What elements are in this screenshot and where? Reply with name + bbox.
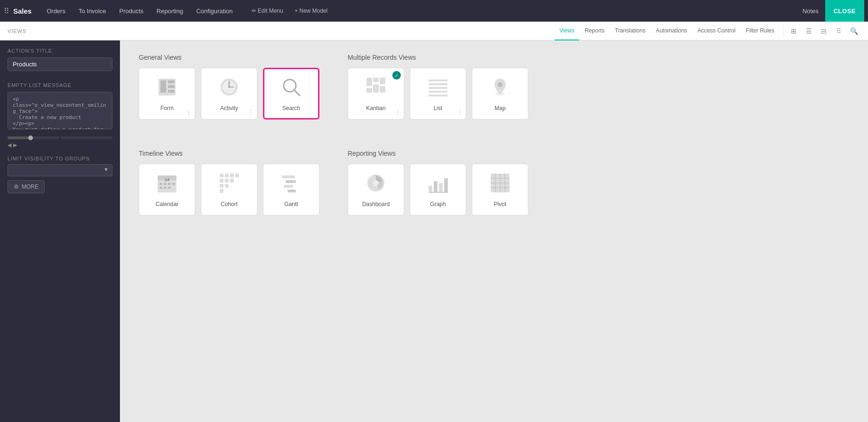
notes-btn[interactable]: Notes	[796, 0, 825, 22]
svg-rect-30	[168, 183, 171, 185]
action-title-input[interactable]	[8, 57, 112, 71]
kanban-badge: ✓	[392, 71, 401, 80]
reporting-views-title: Reporting Views	[348, 150, 528, 157]
graph-icon	[427, 172, 449, 198]
sec-nav-reports[interactable]: Reports	[580, 22, 609, 40]
sec-nav-access-control[interactable]: Access Control	[693, 22, 741, 40]
view-icon-apps[interactable]: ⠿	[832, 24, 845, 38]
card-gantt[interactable]: Gantt	[263, 164, 319, 215]
svg-rect-13	[366, 88, 372, 93]
svg-line-11	[295, 90, 300, 96]
svg-rect-29	[164, 183, 167, 185]
card-activity[interactable]: Activity ⋮	[201, 68, 257, 119]
nav-actions: ✏ Edit Menu + New Model	[248, 6, 332, 16]
activity-icon	[218, 76, 240, 102]
card-kanban[interactable]: ✓ Kanban ⋮	[348, 68, 404, 119]
nav-products[interactable]: Products	[113, 0, 149, 22]
svg-rect-32	[159, 187, 162, 189]
svg-text:24: 24	[165, 177, 169, 182]
new-model-btn[interactable]: + New Model	[291, 6, 331, 16]
svg-rect-20	[429, 87, 447, 89]
nav-orders[interactable]: Orders	[41, 0, 71, 22]
pivot-label: Pivot	[494, 201, 507, 207]
svg-rect-39	[220, 179, 223, 183]
svg-rect-28	[159, 183, 162, 185]
svg-rect-54	[444, 178, 448, 192]
sec-nav-views[interactable]: Views	[555, 22, 579, 40]
view-icon-kanban[interactable]: ⊞	[787, 24, 800, 38]
form-icon	[156, 76, 178, 102]
svg-rect-12	[366, 78, 372, 86]
nav-configuration[interactable]: Configuration	[191, 0, 238, 22]
svg-rect-3	[168, 85, 175, 88]
svg-rect-45	[282, 175, 295, 178]
nav-reporting[interactable]: Reporting	[151, 0, 189, 22]
card-dashboard[interactable]: Dashboard	[348, 164, 404, 215]
card-graph[interactable]: Graph	[410, 164, 466, 215]
search-icon	[280, 76, 303, 102]
action-title-label: Action's title	[8, 48, 112, 54]
cohort-label: Cohort	[221, 201, 238, 207]
general-views-cards: Form ⋮ Activ	[139, 68, 319, 119]
sec-nav-filter-rules[interactable]: Filter Rules	[741, 22, 779, 40]
kanban-menu-icon[interactable]: ⋮	[394, 109, 401, 116]
list-label: List	[434, 105, 443, 111]
svg-rect-40	[225, 179, 229, 183]
graph-label: Graph	[430, 201, 446, 207]
top-nav: ⠿ Sales Orders To Invoice Products Repor…	[0, 0, 868, 22]
sec-nav-automations[interactable]: Automations	[651, 22, 692, 40]
close-btn[interactable]: CLOSE	[825, 0, 864, 22]
app-grid-icon[interactable]: ⠿	[4, 7, 9, 16]
svg-rect-18	[429, 80, 447, 81]
limit-label: Limit visibility to groups	[8, 156, 112, 161]
views-row-2: Timeline Views 24	[139, 150, 849, 231]
sec-nav-translations[interactable]: Translations	[610, 22, 650, 40]
map-icon	[489, 76, 511, 102]
views-label: VIEWS	[8, 28, 26, 34]
svg-rect-16	[380, 78, 385, 84]
form-menu-icon[interactable]: ⋮	[185, 109, 192, 116]
activity-menu-icon[interactable]: ⋮	[247, 109, 254, 116]
edit-menu-btn[interactable]: ✏ Edit Menu	[248, 6, 287, 16]
view-icon-search[interactable]: 🔍	[847, 24, 860, 38]
svg-rect-31	[172, 183, 175, 185]
form-label: Form	[160, 105, 174, 111]
nav-to-invoice[interactable]: To Invoice	[73, 0, 112, 22]
multiple-records-title: Multiple Records Views	[348, 54, 528, 61]
dashboard-label: Dashboard	[362, 201, 390, 207]
more-gear-icon: ⚙	[14, 183, 19, 190]
sidebar: Action's title Empty List Message <p cla…	[0, 40, 120, 422]
reporting-views-section: Reporting Views Dashboard	[348, 150, 528, 215]
svg-rect-51	[429, 186, 432, 192]
calendar-label: Calendar	[156, 201, 179, 207]
multiple-records-views-section: Multiple Records Views ✓	[348, 54, 528, 119]
list-icon	[427, 76, 449, 102]
svg-rect-44	[220, 189, 223, 193]
svg-rect-52	[434, 181, 438, 192]
gantt-icon	[280, 172, 303, 198]
empty-list-textarea[interactable]: <p class="o_view_nocontent_smiling_face"…	[8, 92, 112, 129]
card-pivot[interactable]: Pivot	[472, 164, 528, 215]
list-menu-icon[interactable]: ⋮	[456, 109, 463, 116]
reporting-views-cards: Dashboard Graph	[348, 164, 528, 215]
card-list[interactable]: List ⋮	[410, 68, 466, 119]
limit-select[interactable]	[8, 164, 112, 176]
card-calendar[interactable]: 24 Calendar	[139, 164, 195, 215]
card-search[interactable]: Search	[263, 68, 319, 119]
more-button[interactable]: ⚙ MORE	[8, 180, 45, 193]
calendar-icon: 24	[156, 172, 178, 198]
svg-point-24	[498, 82, 502, 87]
app-name[interactable]: Sales	[13, 7, 32, 15]
multiple-records-cards: ✓ Kanban ⋮	[348, 68, 528, 119]
pivot-icon	[489, 172, 511, 198]
view-mode-icons: ⊞ ☰ ⊟ ⠿ 🔍	[783, 24, 860, 38]
main-content: General Views Form	[120, 40, 868, 422]
view-icon-list[interactable]: ☰	[802, 24, 815, 38]
card-form[interactable]: Form ⋮	[139, 68, 195, 119]
svg-rect-36	[225, 174, 229, 177]
card-cohort[interactable]: Cohort	[201, 164, 257, 215]
view-icon-grid[interactable]: ⊟	[817, 24, 830, 38]
svg-rect-37	[230, 174, 234, 177]
card-map[interactable]: Map	[472, 68, 528, 119]
svg-rect-34	[168, 187, 171, 189]
